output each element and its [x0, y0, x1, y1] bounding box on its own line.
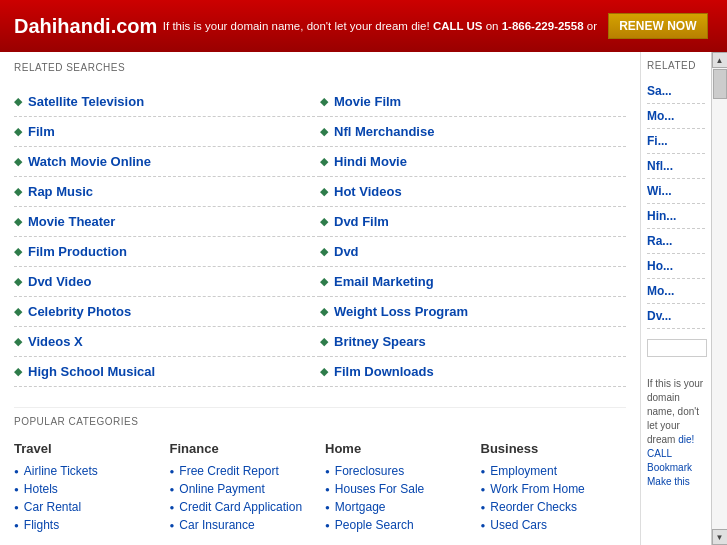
renew-button[interactable]: RENEW NOW [608, 13, 707, 39]
search-link[interactable]: Videos X [28, 334, 83, 349]
cat-link[interactable]: Hotels [24, 482, 58, 496]
search-link[interactable]: Watch Movie Online [28, 154, 151, 169]
diamond-icon: ◆ [320, 215, 328, 228]
popular-categories-title: POPULAR CATEGORIES [14, 416, 626, 431]
categories-grid: Travel ●Airline Tickets ●Hotels ●Car Ren… [14, 441, 626, 534]
call-us-link[interactable]: CALL US [433, 20, 483, 32]
bullet-icon: ● [170, 503, 175, 512]
search-link[interactable]: High School Musical [28, 364, 155, 379]
cat-link[interactable]: Airline Tickets [24, 464, 98, 478]
vertical-scrollbar[interactable]: ▲ ▼ [711, 52, 727, 545]
cat-link[interactable]: Flights [24, 518, 59, 532]
list-item: ●Employment [481, 462, 627, 480]
finance-column: Finance ●Free Credit Report ●Online Paym… [170, 441, 316, 534]
scroll-track[interactable] [712, 68, 728, 529]
bullet-icon: ● [481, 485, 486, 494]
right-link[interactable]: Wi... [647, 179, 705, 204]
search-link[interactable]: Hot Videos [334, 184, 402, 199]
cat-link[interactable]: Foreclosures [335, 464, 404, 478]
search-link[interactable]: Movie Film [334, 94, 401, 109]
search-link[interactable]: Satellite Television [28, 94, 144, 109]
cat-link[interactable]: People Search [335, 518, 414, 532]
list-item: ◆ Nfl Merchandise [320, 117, 626, 147]
bullet-icon: ● [170, 485, 175, 494]
diamond-icon: ◆ [14, 275, 22, 288]
header: Dahihandi.com If this is your domain nam… [0, 0, 727, 52]
search-link[interactable]: Nfl Merchandise [334, 124, 434, 139]
list-item: ●Airline Tickets [14, 462, 160, 480]
list-item: ◆ Email Marketing [320, 267, 626, 297]
search-link[interactable]: Email Marketing [334, 274, 434, 289]
search-link[interactable]: Rap Music [28, 184, 93, 199]
search-link[interactable]: Britney Spears [334, 334, 426, 349]
list-item: ●Credit Card Application [170, 498, 316, 516]
page-body: RELATED SEARCHES ◆ Satellite Television … [0, 52, 727, 545]
right-link[interactable]: Nfl... [647, 154, 705, 179]
diamond-icon: ◆ [320, 245, 328, 258]
bullet-icon: ● [14, 503, 19, 512]
cat-link[interactable]: Car Insurance [179, 518, 254, 532]
diamond-icon: ◆ [320, 125, 328, 138]
right-link[interactable]: Mo... [647, 104, 705, 129]
diamond-icon: ◆ [14, 365, 22, 378]
list-item: ●Reorder Checks [481, 498, 627, 516]
right-link[interactable]: Mo... [647, 279, 705, 304]
scroll-up-button[interactable]: ▲ [712, 52, 728, 68]
diamond-icon: ◆ [14, 305, 22, 318]
home-list: ●Foreclosures ●Houses For Sale ●Mortgage… [325, 462, 471, 534]
site-logo: Dahihandi.com [14, 15, 157, 38]
list-item: ●Online Payment [170, 480, 316, 498]
right-related-column: RELATED Sa... Mo... Fi... Nfl... Wi... H… [641, 52, 711, 545]
search-link[interactable]: Hindi Movie [334, 154, 407, 169]
diamond-icon: ◆ [14, 185, 22, 198]
right-link[interactable]: Ra... [647, 229, 705, 254]
cat-link[interactable]: Car Rental [24, 500, 81, 514]
search-link[interactable]: Weight Loss Program [334, 304, 468, 319]
scroll-thumb[interactable] [713, 69, 727, 99]
search-link[interactable]: Film Downloads [334, 364, 434, 379]
cat-link[interactable]: Credit Card Application [179, 500, 302, 514]
cat-link[interactable]: Work From Home [490, 482, 584, 496]
search-link[interactable]: Movie Theater [28, 214, 115, 229]
search-link[interactable]: Celebrity Photos [28, 304, 131, 319]
search-link[interactable]: Dvd Video [28, 274, 91, 289]
scroll-down-button[interactable]: ▼ [712, 529, 728, 545]
diamond-icon: ◆ [14, 335, 22, 348]
cat-link[interactable]: Mortgage [335, 500, 386, 514]
list-item: ◆ Britney Spears [320, 327, 626, 357]
search-box-right[interactable] [647, 339, 707, 357]
right-link[interactable]: Ho... [647, 254, 705, 279]
finance-list: ●Free Credit Report ●Online Payment ●Cre… [170, 462, 316, 534]
inner-wrapper: RELATED SEARCHES ◆ Satellite Television … [0, 52, 727, 545]
cat-link[interactable]: Free Credit Report [179, 464, 278, 478]
bullet-icon: ● [481, 521, 486, 530]
list-item: ◆ Dvd [320, 237, 626, 267]
popular-categories-section: POPULAR CATEGORIES Travel ●Airline Ticke… [14, 407, 626, 534]
cat-link[interactable]: Reorder Checks [490, 500, 577, 514]
diamond-icon: ◆ [320, 95, 328, 108]
call-label: CALL US [433, 20, 483, 32]
right-link[interactable]: Dv... [647, 304, 705, 329]
list-item: ●Car Insurance [170, 516, 316, 534]
list-item: ◆ Hindi Movie [320, 147, 626, 177]
right-link[interactable]: Sa... [647, 79, 705, 104]
bookmark-link[interactable]: Bookmark [647, 462, 692, 473]
list-item: ●Used Cars [481, 516, 627, 534]
list-item: ◆ Film Downloads [320, 357, 626, 387]
bullet-icon: ● [325, 467, 330, 476]
bullet-icon: ● [170, 521, 175, 530]
list-item: ◆ Film Production [14, 237, 320, 267]
list-item: ◆ Dvd Video [14, 267, 320, 297]
cat-link[interactable]: Houses For Sale [335, 482, 424, 496]
make-this-link[interactable]: Make this [647, 476, 690, 487]
search-link[interactable]: Film Production [28, 244, 127, 259]
bullet-icon: ● [170, 467, 175, 476]
right-link[interactable]: Fi... [647, 129, 705, 154]
cat-link[interactable]: Employment [490, 464, 557, 478]
search-link[interactable]: Film [28, 124, 55, 139]
cat-link[interactable]: Online Payment [179, 482, 264, 496]
search-link[interactable]: Dvd Film [334, 214, 389, 229]
search-link[interactable]: Dvd [334, 244, 359, 259]
cat-link[interactable]: Used Cars [490, 518, 547, 532]
right-link[interactable]: Hin... [647, 204, 705, 229]
